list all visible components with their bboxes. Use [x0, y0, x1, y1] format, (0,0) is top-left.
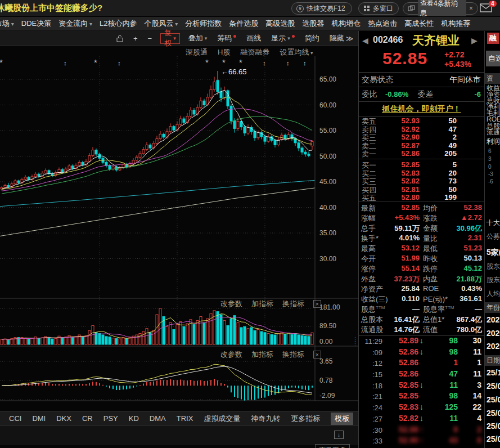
- strip-item-22: 股东: [487, 275, 500, 285]
- menu-item-9[interactable]: 选股器: [302, 19, 324, 29]
- indicator-axis-label: 0.78: [319, 377, 332, 384]
- menu-item-13[interactable]: 机构推荐: [441, 19, 470, 29]
- headline-ticker[interactable]: 沐曦股份上市中签能赚多少?: [0, 3, 102, 14]
- menu-item-8[interactable]: 高级选股: [265, 19, 295, 29]
- tab-更多指标[interactable]: 更多指标: [291, 414, 320, 424]
- stock-name: 天齐锂业: [412, 33, 460, 48]
- tab-模板[interactable]: 模板: [331, 413, 353, 425]
- strip-item-21: 股东: [487, 262, 500, 271]
- strip-item-24: 年份: [485, 302, 500, 313]
- strip-item-19: 公募: [487, 232, 500, 241]
- display-button[interactable]: 显示▾: [266, 33, 300, 43]
- quick-trade-button[interactable]: ¥ 快速交易F12: [291, 2, 352, 15]
- hide-button[interactable]: 隐藏≫: [325, 33, 359, 43]
- volume-change-param-link[interactable]: 改参数: [220, 299, 242, 309]
- menu-item-4[interactable]: L2核心内参: [100, 19, 137, 29]
- next-stock-arrow[interactable]: ▶: [471, 35, 478, 46]
- stat-row-5: 最高53.12最低51.23: [359, 244, 484, 254]
- menu-item-11[interactable]: 热点追击: [368, 19, 397, 29]
- svg-text:*: *: [222, 57, 226, 67]
- bid-row-5[interactable]: 买五52.80199: [359, 193, 484, 201]
- indicator-change-param-link[interactable]: 改参数: [220, 350, 242, 360]
- prev-stock-arrow[interactable]: ◀: [362, 35, 368, 46]
- strip-item-34: 25/03: [487, 434, 500, 443]
- menu-item-12[interactable]: 高成长性: [404, 19, 434, 29]
- bottom-strip: ↓ 查看更多: [0, 425, 358, 445]
- indicator-close-button[interactable]: ×: [313, 351, 321, 359]
- side-info-strip: 融自选资收益(净资产总收入净利润毛利率ROE总股本流通股利润趋630-3-6十大…: [484, 31, 500, 448]
- tab-DMI[interactable]: DMI: [32, 414, 46, 423]
- adjust-price-button[interactable]: 复权▾: [160, 33, 180, 44]
- overlay-button[interactable]: 叠加▾: [183, 33, 213, 43]
- tick-row-2: :0952.86↓9811: [359, 347, 484, 359]
- bid-row-4[interactable]: 买四52.8150: [359, 185, 484, 194]
- price-change: +2.72 +5.43%: [444, 50, 471, 69]
- zoom-out-button[interactable]: −: [143, 34, 157, 43]
- ask-row-5[interactable]: 卖一52.86205: [359, 149, 484, 158]
- ask-row-1[interactable]: 卖五52.9350: [359, 117, 484, 125]
- close-icon[interactable]: ×: [469, 5, 473, 12]
- ask-row-2[interactable]: 卖四52.9247: [359, 125, 484, 133]
- lock-button[interactable]: [111, 35, 128, 42]
- red-dot-icon: [292, 35, 295, 38]
- volume-close-button[interactable]: ×: [313, 300, 321, 308]
- stats-grid: 最新52.85均价52.38涨幅+5.43%涨跌▲2.72总手59.11万金额3…: [359, 201, 484, 335]
- simple-mode-button[interactable]: 简约: [300, 33, 325, 43]
- zoom-in-button[interactable]: +: [128, 34, 143, 43]
- app-window: 沐曦股份上市中签能赚多少? ¥ 快速交易F12 多窗口 查看4条新消息 × 4 …: [0, 0, 500, 448]
- ad-row: 抓住机会，即刻开户！: [359, 102, 484, 117]
- volume-add-indicator-link[interactable]: 加指标: [251, 299, 273, 309]
- bid-row-1[interactable]: 买一52.855: [359, 160, 484, 169]
- dock-panel-icon[interactable]: ↓: [334, 431, 344, 439]
- menu-item-1[interactable]: 市场 ▾: [0, 19, 14, 29]
- price-axis-label: 30.00: [319, 255, 336, 263]
- tab-虚拟成交量[interactable]: 虚拟成交量: [204, 414, 240, 424]
- menu-item-6[interactable]: 分析师指数: [185, 19, 222, 29]
- strip-item-2[interactable]: 自选: [486, 51, 500, 66]
- view-more-button[interactable]: 查看更多: [315, 444, 350, 448]
- tab-DMA[interactable]: DMA: [150, 414, 166, 423]
- tab-CR[interactable]: CR: [82, 414, 93, 423]
- grid-icon: [363, 5, 370, 12]
- splitter-handle[interactable]: ⋮⋮: [352, 338, 358, 346]
- svg-text:←66.65: ←66.65: [221, 68, 247, 76]
- menu-item-3[interactable]: 资金流向 ▾: [58, 19, 92, 29]
- messages-button[interactable]: 查看4条新消息 ×: [403, 2, 478, 15]
- stat-row-2: 涨幅+5.43%涨跌▲2.72: [359, 213, 484, 223]
- tick-list[interactable]: 11:2952.89↓9830:0952.86↓9811:1252.8611:1…: [359, 335, 484, 447]
- menu-item-10[interactable]: 机构增仓: [331, 19, 361, 29]
- strip-item-11: 流通股: [487, 128, 500, 137]
- menu-item-2[interactable]: DDE决策: [21, 19, 51, 29]
- tab-TRIX[interactable]: TRIX: [177, 414, 193, 423]
- multi-window-button[interactable]: 多窗口: [358, 2, 399, 15]
- bid-row-2[interactable]: 买二52.8320: [359, 169, 484, 177]
- strip-item-1[interactable]: 融: [487, 33, 499, 44]
- ask-row-3[interactable]: 卖三52.902: [359, 133, 484, 141]
- open-account-link[interactable]: 抓住机会，即刻开户！: [382, 104, 461, 114]
- indicator-add-indicator-link[interactable]: 加指标: [251, 350, 273, 360]
- price-axis-label: 45.00: [319, 178, 336, 186]
- strip-item-26: 2026: [487, 329, 500, 338]
- ask-row-4[interactable]: 卖二52.8749: [359, 141, 484, 150]
- indicator-switch-indicator-link[interactable]: 换指标: [282, 350, 304, 360]
- volume-switch-indicator-link[interactable]: 换指标: [282, 299, 304, 309]
- menu-item-5[interactable]: 个股风云 ▾: [145, 19, 178, 29]
- stat-row-10: 收益(三)0.110PE(动)*361.61: [359, 294, 484, 304]
- tab-神奇九转[interactable]: 神奇九转: [251, 414, 280, 424]
- indicator-tab-bar: CCIDMIDKXCRPSYKDDMATRIX虚拟成交量神奇九转更多指标模板: [0, 411, 358, 425]
- menu-item-7[interactable]: 条件选股: [229, 19, 258, 29]
- bid-row-3[interactable]: 买三52.8273: [359, 177, 484, 185]
- red-dot-icon: [233, 35, 236, 38]
- draw-line-button[interactable]: 画线: [241, 33, 266, 43]
- strip-item-33: 25/03: [487, 422, 500, 431]
- tab-CCI[interactable]: CCI: [9, 414, 21, 423]
- mail-button[interactable]: 4: [480, 3, 494, 15]
- strip-item-30: 25/09: [487, 382, 500, 391]
- stat-row-12: 总股本16.41亿总值1*867.4亿: [359, 315, 484, 325]
- tab-DKX[interactable]: DKX: [56, 414, 71, 423]
- tab-PSY[interactable]: PSY: [103, 414, 118, 423]
- tick-row-10: :3352.90↑438: [359, 436, 484, 447]
- strip-item-28: 日期: [485, 355, 500, 366]
- tab-KD[interactable]: KD: [129, 414, 139, 423]
- chip-distribution-button[interactable]: 筹码: [212, 33, 241, 43]
